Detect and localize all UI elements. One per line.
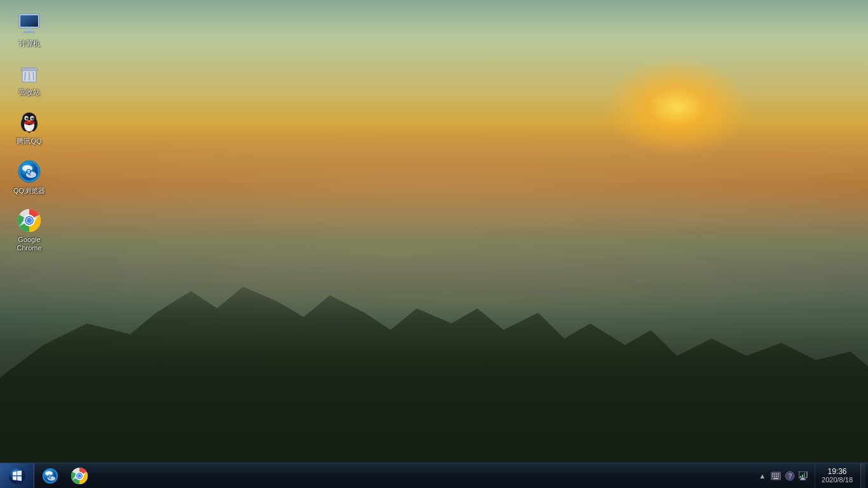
svg-rect-47 — [772, 473, 773, 475]
svg-point-5 — [29, 27, 30, 28]
svg-rect-49 — [776, 473, 777, 475]
taskbar-pinned-apps: Q — [34, 463, 95, 489]
svg-rect-48 — [774, 473, 775, 475]
svg-rect-61 — [800, 476, 801, 477]
desktop-icon-recycle[interactable]: 回收站 — [6, 55, 52, 102]
svg-rect-52 — [774, 475, 775, 477]
svg-rect-63 — [804, 473, 805, 477]
chrome-icon-label: GoogleChrome — [17, 236, 41, 252]
start-button[interactable] — [0, 463, 34, 489]
windows-logo-icon — [8, 467, 26, 485]
svg-text:Q: Q — [48, 473, 51, 479]
svg-rect-60 — [800, 479, 806, 480]
clock-time: 19:36 — [828, 467, 847, 476]
desktop-icon-chrome[interactable]: GoogleChrome — [6, 203, 52, 257]
desktop-background — [0, 0, 868, 488]
svg-point-45 — [78, 474, 81, 478]
qqbrowser-icon-label: QQ浏览器 — [13, 187, 45, 195]
svg-rect-4 — [24, 31, 35, 33]
clock-area[interactable]: 19:36 2020/8/18 — [815, 463, 859, 489]
svg-rect-8 — [27, 67, 32, 69]
svg-point-35 — [9, 468, 25, 484]
chrome-icon — [17, 208, 42, 233]
svg-rect-59 — [801, 478, 804, 479]
desktop-icon-qqbrowser[interactable]: Q QQ浏览器 — [6, 154, 52, 200]
svg-text:?: ? — [789, 473, 792, 480]
svg-text:Q: Q — [26, 168, 32, 175]
clock-date: 2020/8/18 — [822, 476, 853, 484]
svg-point-23 — [24, 132, 29, 133]
desktop-icons-area: 计算机 回收站 — [0, 0, 52, 260]
svg-point-34 — [27, 218, 32, 223]
desktop-icon-computer[interactable]: 计算机 — [6, 6, 52, 53]
svg-rect-3 — [27, 28, 31, 31]
svg-rect-62 — [802, 475, 803, 477]
desktop: 计算机 回收站 — [0, 0, 868, 488]
svg-rect-2 — [20, 15, 38, 27]
tray-chevron[interactable]: ▲ — [757, 472, 768, 480]
help-tray-icon[interactable]: ? — [784, 470, 796, 482]
svg-rect-50 — [778, 473, 779, 475]
svg-point-22 — [24, 121, 35, 125]
svg-rect-55 — [773, 478, 778, 479]
computer-icon-label: 计算机 — [19, 39, 40, 48]
keyboard-tray-icon[interactable] — [770, 470, 782, 482]
svg-rect-54 — [778, 475, 779, 477]
computer-icon — [17, 11, 42, 37]
qqbrowser-icon: Q — [17, 159, 42, 184]
network-tray-icon[interactable] — [798, 470, 810, 482]
desktop-icon-qq[interactable]: 腾讯QQ — [6, 104, 52, 151]
taskbar-right: ▲ — [750, 463, 868, 489]
svg-point-17 — [25, 118, 28, 120]
svg-point-20 — [32, 118, 33, 118]
svg-rect-51 — [772, 475, 773, 477]
recycle-icon-label: 回收站 — [19, 88, 40, 97]
recycle-icon — [17, 60, 42, 86]
svg-point-24 — [31, 132, 35, 133]
svg-rect-53 — [776, 475, 777, 477]
qq-icon-label: 腾讯QQ — [17, 137, 41, 146]
taskbar: Q — [0, 463, 868, 488]
taskbar-chrome-button[interactable] — [65, 464, 93, 488]
svg-point-18 — [31, 118, 34, 120]
taskbar-qqbrowser-button[interactable]: Q — [36, 464, 64, 488]
show-desktop-button[interactable] — [860, 463, 865, 489]
svg-point-19 — [27, 118, 27, 118]
system-tray: ▲ — [753, 470, 813, 482]
qq-icon — [17, 109, 42, 135]
